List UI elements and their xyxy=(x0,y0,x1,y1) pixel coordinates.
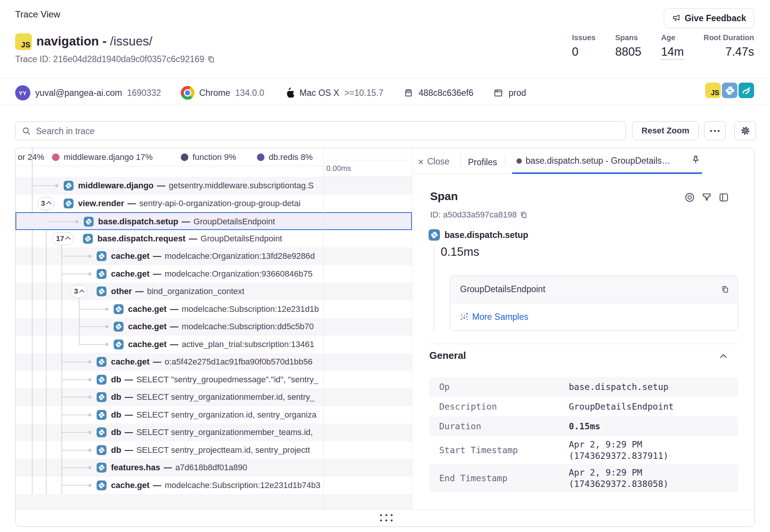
stat-label: Root Duration xyxy=(704,33,754,42)
chrome-icon xyxy=(181,86,194,100)
trace-row[interactable]: cache.get—o:a5f42e275d1ac91fba90f0b570d1… xyxy=(16,353,412,371)
connector-line xyxy=(79,326,105,327)
connector-line xyxy=(61,361,88,362)
split-panel-icon[interactable] xyxy=(718,192,729,203)
connector-line xyxy=(61,450,88,451)
stat-label: Spans xyxy=(615,33,641,42)
connector-line xyxy=(61,432,88,433)
span-row-text: db—SELECT sentry_organization.id, sentry… xyxy=(111,406,322,424)
trace-row[interactable]: middleware.django—getsentry.middleware.s… xyxy=(16,177,412,195)
close-tab-button[interactable]: × Close xyxy=(418,156,449,167)
legend-item-function[interactable]: function 9% xyxy=(181,148,236,166)
trace-row[interactable]: cache.get—modelcache:Subscription:dd5c5b… xyxy=(16,318,412,336)
trace-row[interactable]: db—SELECT "sentry_groupedmessage"."id", … xyxy=(16,371,412,389)
span-op: cache.get xyxy=(111,269,150,279)
connector-dot xyxy=(88,360,91,363)
general-value: GroupDetailsEndpoint xyxy=(569,401,674,412)
trace-row[interactable]: db—SELECT sentry_organizationmember.id, … xyxy=(16,388,412,406)
span-description: active_plan_trial:subscription:13461 xyxy=(182,340,315,349)
span-count-badge[interactable]: 3 xyxy=(70,285,88,298)
general-value: 0.15ms xyxy=(569,421,600,432)
trace-row[interactable]: cache.get—modelcache:Subscription:12e231… xyxy=(16,300,412,318)
legend-item-middleware-django[interactable]: middleware.django 17% xyxy=(52,148,153,166)
general-key: Start Timestamp xyxy=(439,445,518,455)
tree-guide-line xyxy=(61,239,62,494)
tab-separator xyxy=(505,154,506,166)
connector-line xyxy=(47,221,75,222)
span-row-text: middleware.django—getsentry.middleware.s… xyxy=(78,177,322,195)
resize-drag-handle[interactable] xyxy=(380,514,393,521)
connector-dot xyxy=(88,484,91,487)
python-icon xyxy=(429,229,440,241)
window-icon xyxy=(493,88,504,98)
apple-icon xyxy=(284,87,294,99)
legend-item-db-redis[interactable]: db.redis 8% xyxy=(257,148,313,166)
pin-icon[interactable] xyxy=(691,155,701,165)
span-op: db xyxy=(111,392,121,402)
settings-button[interactable] xyxy=(734,121,756,140)
tab-separator xyxy=(460,154,461,166)
span-op: db xyxy=(111,427,121,437)
trace-row[interactable]: 3view.render—sentry-api-0-organization-g… xyxy=(16,195,412,213)
stat-issues: Issues0 xyxy=(572,33,595,60)
span-op: features.has xyxy=(111,463,160,473)
trace-row-selected[interactable]: base.dispatch.setup—GroupDetailsEndpoint xyxy=(16,212,412,230)
copy-icon[interactable] xyxy=(520,211,528,219)
span-description: modelcache:Organization:93660846b75 xyxy=(165,269,313,279)
python-icon xyxy=(97,269,106,279)
connector-dot xyxy=(75,220,78,223)
trace-row[interactable]: db—SELECT sentry_organization.id, sentry… xyxy=(16,406,412,424)
more-samples-link[interactable]: More Samples xyxy=(460,312,528,322)
samples-scatter-icon xyxy=(460,313,468,321)
span-description: getsentry.middleware.subscriptiontag.S xyxy=(169,181,313,191)
connector-dot xyxy=(105,343,108,346)
trace-row[interactable]: cache.get—active_plan_trial:subscription… xyxy=(16,336,412,354)
ops-legend: or 24%middleware.django 17%function 9%db… xyxy=(16,148,323,166)
python-chip-icon xyxy=(722,83,737,98)
transaction-path: /issues/ xyxy=(106,34,152,48)
general-key: Op xyxy=(439,382,450,392)
span-description: modelcache:Subscription:dd5c5b70 xyxy=(182,322,314,332)
trace-row[interactable]: cache.get—modelcache:Subscription:12e231… xyxy=(16,477,412,494)
trace-row[interactable]: 3other—bind_organization_context xyxy=(16,283,412,300)
python-icon xyxy=(97,427,106,437)
tab-span-details[interactable]: base.dispatch.setup - GroupDetails… xyxy=(516,156,670,166)
span-row-text: view.render—sentry-api-0-organization-gr… xyxy=(78,195,322,213)
partial-row-stripe xyxy=(16,494,412,509)
search-input[interactable] xyxy=(35,122,620,141)
legend-item-or[interactable]: or 24% xyxy=(18,148,44,166)
copy-icon[interactable] xyxy=(721,285,729,294)
stat-label: Issues xyxy=(572,33,595,42)
python-icon xyxy=(114,322,124,332)
trace-row[interactable]: cache.get—modelcache:Organization:936608… xyxy=(16,265,412,283)
span-description: SELECT sentry_projectteam.id, sentry_pro… xyxy=(136,445,310,455)
trace-row[interactable]: cache.get—modelcache:Organization:13fd28… xyxy=(16,247,412,265)
reset-zoom-button[interactable]: Reset Zoom xyxy=(632,121,699,140)
funnel-icon[interactable] xyxy=(701,192,712,203)
trace-row[interactable]: features.has—a7d618b8df01a890 xyxy=(16,459,412,477)
span-heading: Span xyxy=(430,190,458,203)
trace-row[interactable]: db—SELECT sentry_projectteam.id, sentry_… xyxy=(16,441,412,459)
connector-line xyxy=(61,397,88,397)
general-key: End Timestamp xyxy=(439,473,507,483)
python-icon xyxy=(97,480,106,490)
python-icon xyxy=(84,217,94,227)
copy-icon[interactable] xyxy=(207,55,215,63)
span-description: o:a5f42e275d1ac91fba90f0b570d1bb56 xyxy=(165,357,313,367)
more-options-button[interactable] xyxy=(704,121,726,140)
legend-label: function 9% xyxy=(192,152,236,162)
span-count-badge[interactable]: 3 xyxy=(37,197,55,210)
span-count-badge[interactable]: 17 xyxy=(52,232,74,245)
span-op: db xyxy=(111,445,121,455)
trace-row[interactable]: db—SELECT sentry_organizationmember_team… xyxy=(16,424,412,441)
tab-profiles[interactable]: Profiles xyxy=(468,157,497,167)
collapse-chevron-icon[interactable] xyxy=(720,354,727,361)
span-op: view.render xyxy=(78,199,124,208)
python-icon xyxy=(114,304,124,314)
trace-row[interactable]: 17base.dispatch.request—GroupDetailsEndp… xyxy=(16,230,412,248)
stat-value[interactable]: 14m xyxy=(661,45,684,60)
give-feedback-button[interactable]: Give Feedback xyxy=(664,8,754,28)
focus-target-icon[interactable] xyxy=(684,192,695,203)
timeline-column-divider xyxy=(323,148,324,509)
browser-name: Chrome xyxy=(199,88,230,98)
